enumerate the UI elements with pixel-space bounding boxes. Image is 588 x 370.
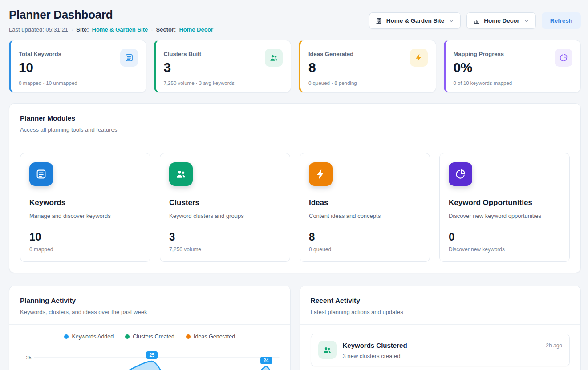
sector-selector-dropdown[interactable]: Home Decor	[466, 12, 536, 29]
document-lines-icon	[120, 49, 138, 67]
document-lines-icon	[29, 162, 53, 186]
module-detail: 0 mapped	[29, 246, 141, 253]
module-title: Keyword Opportunities	[449, 198, 560, 207]
recent-activity-title: Recent Activity	[311, 297, 570, 305]
stat-value: 10	[19, 60, 77, 75]
modules-title: Planner Modules	[20, 114, 570, 122]
stat-value: 0%	[454, 60, 512, 75]
last-updated-text: Last updated: 05:31:21	[9, 26, 68, 33]
chevron-down-icon	[523, 18, 530, 24]
legend-item-keywords-added: Keywords Added	[64, 334, 114, 340]
sector-label: Sector:	[156, 26, 176, 33]
planning-activity-title: Planning Activity	[20, 297, 280, 305]
module-title: Ideas	[309, 198, 421, 207]
site-selector-value: Home & Garden Site	[386, 17, 445, 24]
module-description: Discover new keyword opportunities	[449, 213, 560, 219]
legend-dot	[64, 334, 69, 339]
stat-label: Ideas Generated	[308, 48, 357, 57]
legend-label: Keywords Added	[72, 334, 114, 340]
module-description: Manage and discover keywords	[29, 213, 141, 219]
chart-legend: Keywords Added Clusters Created Ideas Ge…	[20, 334, 280, 340]
page-title: Planner Dashboard	[9, 8, 213, 22]
building-icon	[375, 17, 382, 24]
activity-description: 3 new clusters created	[343, 353, 540, 359]
chevron-down-icon	[448, 18, 454, 24]
breadcrumb: Last updated: 05:31:21 · Site: Home & Ga…	[9, 26, 213, 33]
pie-chart-icon	[449, 162, 472, 186]
separator-dot: ·	[71, 26, 73, 33]
module-card-ideas[interactable]: Ideas Content ideas and concepts 8 0 que…	[300, 153, 430, 262]
svg-text:25: 25	[149, 353, 154, 358]
separator-dot: ·	[151, 26, 153, 33]
people-icon	[265, 49, 283, 67]
planner-dashboard-page: Planner Dashboard Last updated: 05:31:21…	[0, 0, 588, 370]
activity-timestamp: 2h ago	[546, 341, 562, 349]
stat-card-mapping-progress: Mapping Progress 0% 0 of 10 keywords map…	[444, 40, 581, 92]
module-detail: Discover new keywords	[449, 246, 560, 253]
recent-activity-card: Recent Activity Latest planning actions …	[300, 286, 581, 370]
people-icon	[318, 341, 337, 359]
stat-value: 8	[308, 60, 357, 75]
sector-selector-value: Home Decor	[484, 17, 519, 24]
module-card-clusters[interactable]: Clusters Keyword clusters and groups 3 7…	[160, 153, 290, 262]
legend-dot	[186, 334, 191, 339]
page-header: Planner Dashboard Last updated: 05:31:21…	[9, 8, 581, 33]
module-description: Keyword clusters and groups	[169, 213, 281, 219]
y-axis-tick: 25	[26, 355, 32, 360]
stat-card-ideas-generated: Ideas Generated 8 0 queued · 8 pending	[299, 40, 436, 92]
module-card-keywords[interactable]: Keywords Manage and discover keywords 10…	[20, 153, 150, 262]
header-controls: Home & Garden Site Home Decor Refresh	[369, 8, 581, 29]
sector-link[interactable]: Home Decor	[179, 26, 213, 33]
stat-detail: 0 queued · 8 pending	[308, 80, 357, 86]
planning-activity-chart: 25 25 24	[20, 351, 280, 370]
module-title: Clusters	[169, 198, 281, 207]
legend-label: Clusters Created	[133, 334, 174, 340]
module-detail: 7,250 volume	[169, 246, 281, 253]
point-label-24: 24	[260, 357, 272, 364]
activity-item-keywords-clustered: Keywords Clustered 3 new clusters create…	[311, 334, 570, 366]
stat-label: Mapping Progress	[454, 48, 512, 57]
module-value: 10	[29, 231, 141, 243]
bottom-row: Planning Activity Keywords, clusters, an…	[9, 286, 581, 370]
module-title: Keywords	[29, 198, 141, 207]
stat-value: 3	[164, 60, 235, 75]
pie-chart-icon	[555, 49, 572, 67]
modules-grid: Keywords Manage and discover keywords 10…	[9, 142, 580, 273]
stats-row: Total Keywords 10 0 mapped · 10 unmapped…	[9, 40, 581, 92]
module-detail: 0 queued	[309, 246, 421, 253]
stat-label: Total Keywords	[19, 48, 77, 57]
site-selector-dropdown[interactable]: Home & Garden Site	[369, 12, 461, 29]
legend-item-ideas-generated: Ideas Generated	[186, 334, 235, 340]
site-link[interactable]: Home & Garden Site	[92, 26, 148, 33]
planner-modules-section: Planner Modules Access all planning tool…	[9, 103, 581, 273]
recent-activity-subtitle: Latest planning actions and updates	[311, 309, 570, 315]
legend-label: Ideas Generated	[194, 334, 235, 340]
stat-card-clusters-built: Clusters Built 3 7,250 volume · 3 avg ke…	[154, 40, 292, 92]
lightning-icon	[309, 162, 333, 186]
activity-title: Keywords Clustered	[343, 342, 540, 349]
site-label: Site:	[76, 26, 89, 33]
legend-dot	[125, 334, 130, 339]
module-value: 8	[309, 231, 421, 243]
planning-activity-subtitle: Keywords, clusters, and ideas over the p…	[20, 309, 280, 315]
module-value: 0	[449, 231, 560, 243]
point-label-25: 25	[146, 351, 158, 359]
module-value: 3	[169, 231, 281, 243]
stat-detail: 0 mapped · 10 unmapped	[19, 80, 77, 86]
stat-label: Clusters Built	[164, 48, 235, 57]
stat-detail: 0 of 10 keywords mapped	[454, 80, 512, 86]
modules-subtitle: Access all planning tools and features	[20, 126, 570, 133]
svg-text:24: 24	[264, 358, 269, 363]
planning-activity-card: Planning Activity Keywords, clusters, an…	[9, 286, 291, 370]
refresh-button[interactable]: Refresh	[542, 12, 581, 29]
stat-card-total-keywords: Total Keywords 10 0 mapped · 10 unmapped	[9, 40, 146, 92]
people-icon	[169, 162, 193, 186]
bar-chart-icon	[473, 17, 480, 24]
module-description: Content ideas and concepts	[309, 213, 421, 219]
module-card-keyword-opportunities[interactable]: Keyword Opportunities Discover new keywo…	[439, 153, 570, 262]
lightning-icon	[410, 49, 428, 67]
legend-item-clusters-created: Clusters Created	[125, 334, 174, 340]
header-left: Planner Dashboard Last updated: 05:31:21…	[9, 8, 213, 33]
stat-detail: 7,250 volume · 3 avg keywords	[164, 80, 235, 86]
